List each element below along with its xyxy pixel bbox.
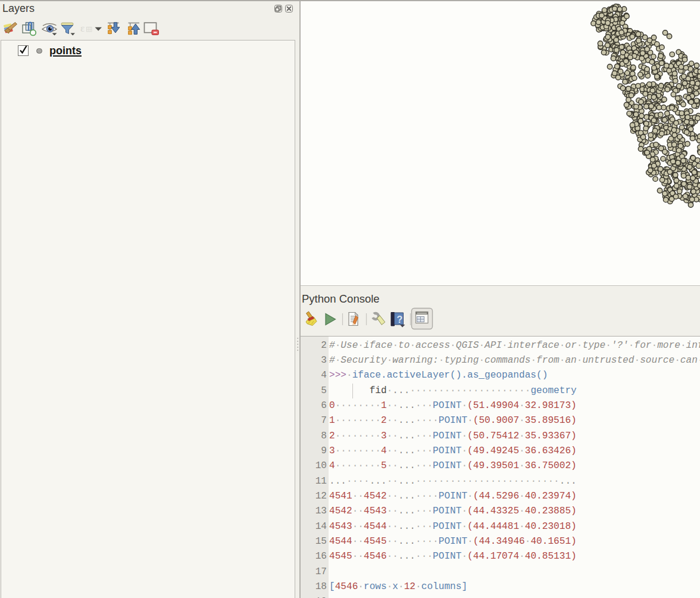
svg-text:?: ?: [397, 314, 403, 325]
svg-text:ε: ε: [80, 23, 85, 34]
